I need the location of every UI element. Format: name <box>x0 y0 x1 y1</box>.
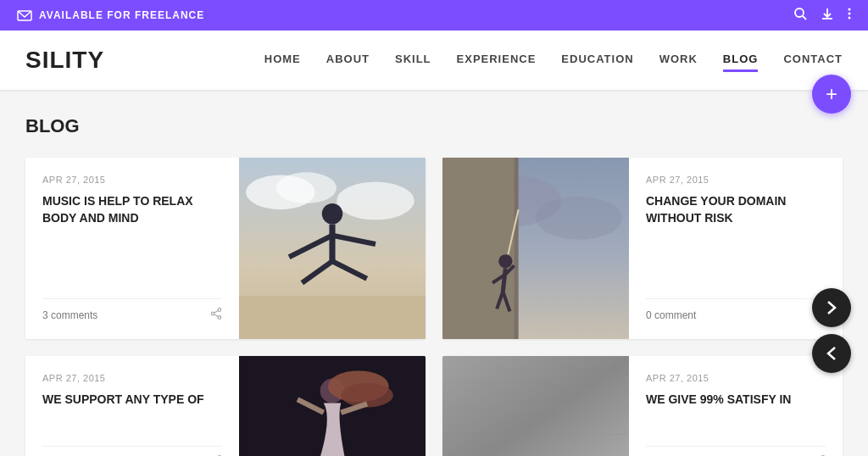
svg-line-2 <box>803 16 806 19</box>
svg-point-1 <box>795 8 804 17</box>
blog-card-4-text: APR 27, 2015 WE GIVE 99% SATISFY IN 0 co… <box>629 356 843 456</box>
available-text: AVAILABLE FOR FREELANCE <box>39 9 204 21</box>
envelope-icon <box>17 10 32 21</box>
blog-card-2-comments: 0 comment <box>646 309 696 321</box>
nav-home[interactable]: HOME <box>264 53 301 69</box>
blog-card-4-image <box>442 356 629 456</box>
svg-rect-52 <box>442 356 629 456</box>
svg-line-12 <box>214 314 219 317</box>
blog-grid: APR 27, 2015 MUSIC IS HELP TO RELAX BODY… <box>25 158 843 456</box>
prev-arrow[interactable] <box>812 334 851 373</box>
nav-arrows <box>812 288 851 373</box>
blog-card-2-footer: 0 comment <box>646 298 826 322</box>
blog-card-2-date: APR 27, 2015 <box>646 175 826 185</box>
nav-experience[interactable]: EXPERIENCE <box>457 53 537 69</box>
blog-card-2: APR 27, 2015 CHANGE YOUR DOMAIN WITHOUT … <box>442 158 843 339</box>
blog-card-2-title: CHANGE YOUR DOMAIN WITHOUT RISK <box>646 193 826 226</box>
blog-card-3-image <box>239 356 426 456</box>
blog-card-3-footer: 0 comment <box>42 446 222 456</box>
blog-card-2-text: APR 27, 2015 CHANGE YOUR DOMAIN WITHOUT … <box>629 158 843 339</box>
top-bar-actions <box>793 7 851 24</box>
svg-point-15 <box>276 172 337 203</box>
svg-line-11 <box>214 310 219 313</box>
nav-about[interactable]: ABOUT <box>326 53 370 69</box>
logo: SILITY <box>25 47 104 74</box>
blog-card-2-image <box>442 158 629 339</box>
blog-card-4-footer: 0 comment <box>646 446 826 456</box>
blog-card-3: APR 27, 2015 WE SUPPORT ANY TYPE OF 0 co… <box>25 356 426 456</box>
search-icon[interactable] <box>793 7 807 24</box>
svg-rect-28 <box>442 158 515 339</box>
fab-button[interactable]: + <box>812 75 851 114</box>
svg-point-26 <box>536 197 622 240</box>
blog-card-3-title: WE SUPPORT ANY TYPE OF <box>42 392 222 409</box>
svg-point-6 <box>849 13 851 15</box>
blog-card-1-image <box>239 158 426 339</box>
svg-point-9 <box>218 316 221 320</box>
blog-card-3-text: APR 27, 2015 WE SUPPORT ANY TYPE OF 0 co… <box>25 356 239 456</box>
nav-blog[interactable]: BLOG <box>723 53 759 69</box>
blog-card-1-text: APR 27, 2015 MUSIC IS HELP TO RELAX BODY… <box>25 158 239 339</box>
svg-point-18 <box>322 203 342 224</box>
blog-card-1-footer: 3 comments <box>42 298 222 322</box>
svg-rect-17 <box>239 296 426 339</box>
svg-point-16 <box>337 182 415 220</box>
main-content: BLOG APR 27, 2015 MUSIC IS HELP TO RELAX… <box>0 90 868 456</box>
blog-card-1-date: APR 27, 2015 <box>42 175 222 185</box>
svg-point-49 <box>341 383 393 408</box>
share-icon-1[interactable] <box>210 308 222 322</box>
nav-contact[interactable]: CONTACT <box>783 53 843 69</box>
blog-card-4-date: APR 27, 2015 <box>646 373 826 383</box>
svg-point-5 <box>849 8 851 11</box>
blog-card-1: APR 27, 2015 MUSIC IS HELP TO RELAX BODY… <box>25 158 426 339</box>
section-title: BLOG <box>25 115 843 137</box>
nav-skill[interactable]: SKILL <box>395 53 431 69</box>
top-bar-message: AVAILABLE FOR FREELANCE <box>17 9 204 21</box>
next-arrow[interactable] <box>812 288 851 327</box>
navigation: HOME ABOUT SKILL EXPERIENCE EDUCATION WO… <box>264 53 843 69</box>
nav-work[interactable]: WORK <box>659 53 698 69</box>
svg-line-30 <box>503 268 505 292</box>
blog-card-1-comments: 3 comments <box>42 309 97 321</box>
blog-card-4-title: WE GIVE 99% SATISFY IN <box>646 392 826 409</box>
blog-card-4: APR 27, 2015 WE GIVE 99% SATISFY IN 0 co… <box>442 356 843 456</box>
nav-education[interactable]: EDUCATION <box>561 53 633 69</box>
more-icon[interactable] <box>848 7 851 24</box>
svg-point-8 <box>218 309 221 312</box>
header: SILITY HOME ABOUT SKILL EXPERIENCE EDUCA… <box>0 31 868 90</box>
svg-point-29 <box>498 254 512 268</box>
svg-point-10 <box>211 312 214 315</box>
download-icon[interactable] <box>821 7 834 24</box>
top-bar: AVAILABLE FOR FREELANCE <box>0 0 868 31</box>
blog-card-3-date: APR 27, 2015 <box>42 373 222 383</box>
svg-point-7 <box>849 17 851 19</box>
blog-card-1-title: MUSIC IS HELP TO RELAX BODY AND MIND <box>42 193 222 226</box>
